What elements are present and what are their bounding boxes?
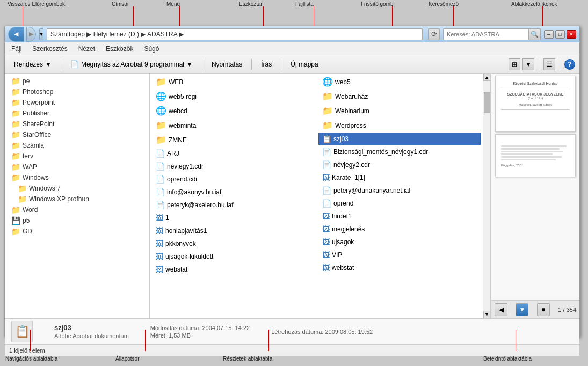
file-item-megjelenes[interactable]: 🖼megjelenés bbox=[318, 223, 481, 236]
acrobat-dropdown-icon: ▼ bbox=[186, 61, 193, 68]
scroll-thumb[interactable] bbox=[484, 92, 490, 113]
ann-search-label: Keresőmező bbox=[429, 1, 459, 7]
file-item-webstat[interactable]: 🖼webstat bbox=[152, 263, 314, 276]
nav-label-publisher: Publisher bbox=[23, 109, 49, 117]
file-item-ujsagok-ki[interactable]: 🖼ujsagok-kikuldott bbox=[152, 250, 314, 263]
acrobat-open-label: Megnyitás az Acrobat 9 programmal bbox=[81, 61, 184, 68]
thumb-text-2: Függelék, 2001 bbox=[501, 144, 570, 167]
forward-button[interactable]: ▶ bbox=[26, 27, 36, 42]
ann-back-label: Vissza és Előre gombok bbox=[8, 1, 65, 7]
file-item-pkkonyvek[interactable]: 🖼pkkönyvek bbox=[152, 237, 314, 250]
img-icon-ujsagok: 🖼 bbox=[322, 238, 330, 246]
file-item-webcd[interactable]: 🌐webcd bbox=[152, 104, 314, 118]
nav-item-gd[interactable]: 📁 GD bbox=[5, 226, 149, 237]
new-folder-button[interactable]: Új mappa bbox=[286, 58, 323, 70]
file-item-zmne[interactable]: 📁ZMNE bbox=[152, 133, 314, 147]
write-button[interactable]: Írás bbox=[256, 58, 277, 70]
breadcrumb-bar[interactable]: Számítógép ▶ Helyi lemez (D:) ▶ ADASTRA … bbox=[47, 28, 423, 40]
file-label-petery-duna: petery@dunakanyar.net.iaf bbox=[333, 187, 411, 194]
webfolder-icon: 🌐 bbox=[156, 91, 166, 101]
nav-item-publisher[interactable]: 📁 Publisher bbox=[5, 108, 149, 119]
file-label-oprend2: oprend bbox=[333, 200, 353, 207]
menu-file[interactable]: Fájl bbox=[9, 44, 24, 54]
search-button[interactable]: 🔍 bbox=[529, 28, 541, 40]
file-item-webaruhaz[interactable]: 📁Webáruház bbox=[318, 89, 481, 104]
nav-item-p5[interactable]: 💾 p5 bbox=[5, 215, 149, 226]
nav-label-szamla: Számla bbox=[23, 142, 44, 149]
preview-next-button[interactable]: ▼ bbox=[516, 303, 528, 316]
ann-refresh-label: Frissítő gomb bbox=[361, 1, 394, 7]
file-item-karate[interactable]: 🖼Karate_1[1] bbox=[318, 171, 481, 184]
folder-icon-pe: 📁 bbox=[11, 77, 20, 85]
help-button[interactable]: ? bbox=[564, 59, 575, 70]
file-item-webinarium[interactable]: 📁Webinarium bbox=[318, 104, 481, 118]
file-item-honlapjavitas[interactable]: 🖼honlapjavítás1 bbox=[152, 224, 314, 237]
file-item-wordpress[interactable]: 📁Wordpress bbox=[318, 118, 481, 133]
back-button[interactable]: ◀ bbox=[8, 27, 24, 42]
preview-stop-button[interactable]: ■ bbox=[537, 303, 550, 316]
minimize-button[interactable]: ─ bbox=[544, 30, 554, 39]
file-item-nevjegy1[interactable]: 📄névjegy1.cdr bbox=[152, 160, 314, 173]
acrobat-open-button[interactable]: 📄 Megnyitás az Acrobat 9 programmal ▼ bbox=[66, 58, 198, 70]
file-item-info-iaf[interactable]: 📄info@akonyv.hu.iaf bbox=[152, 186, 314, 199]
search-input[interactable] bbox=[443, 28, 529, 40]
scroll-up-button[interactable]: ▲ bbox=[483, 74, 491, 81]
organize-button[interactable]: Rendezés ▼ bbox=[9, 58, 56, 70]
file-list-scrollbar[interactable]: ▲ ▼ bbox=[483, 74, 490, 318]
preview-controls: ◀ ▼ ■ 1 / 354 bbox=[491, 300, 579, 318]
file-item-hirdet1[interactable]: 🖼hirdet1 bbox=[318, 210, 481, 223]
file-item-oprend2[interactable]: 📄oprend bbox=[318, 197, 481, 210]
nav-item-terv[interactable]: 📁 terv bbox=[5, 151, 149, 162]
dropdown-button[interactable]: ▼ bbox=[39, 28, 43, 40]
nav-label-pe: pe bbox=[23, 77, 30, 85]
refresh-button[interactable]: ⟳ bbox=[428, 28, 440, 40]
maximize-button[interactable]: □ bbox=[555, 30, 565, 39]
folder-icon-photoshop: 📁 bbox=[11, 87, 20, 96]
file-icon-biztonsagi: 📄 bbox=[322, 148, 331, 156]
file-label-webstat: webstat bbox=[165, 266, 187, 273]
img-icon-pkkonyvek: 🖼 bbox=[156, 239, 163, 248]
nav-item-windows[interactable]: 📁 Windows bbox=[5, 172, 149, 183]
nav-item-powerpoint[interactable]: 📁 Powerpoint bbox=[5, 97, 149, 108]
nav-item-windows7[interactable]: 📁 Windows 7 bbox=[5, 183, 149, 194]
details-view-button[interactable]: ☰ bbox=[543, 58, 555, 70]
print-button[interactable]: Nyomtatás bbox=[207, 58, 247, 70]
nav-item-word[interactable]: 📁 Word bbox=[5, 204, 149, 215]
nav-item-wap[interactable]: 📁 WAP bbox=[5, 162, 149, 172]
file-item-web5[interactable]: 🌐web5 bbox=[318, 75, 481, 89]
nav-item-szamla[interactable]: 📁 Számla bbox=[5, 140, 149, 151]
file-item-web[interactable]: 📁WEB bbox=[152, 75, 314, 89]
scroll-down-button[interactable]: ▼ bbox=[483, 311, 491, 318]
file-item-arj[interactable]: 📄ARJ bbox=[152, 147, 314, 160]
file-item-szj03[interactable]: 📋szj03 bbox=[318, 133, 481, 145]
file-item-ujsagok[interactable]: 🖼ujsagok bbox=[318, 236, 481, 248]
view-dropdown-button[interactable]: ▼ bbox=[522, 58, 534, 70]
nav-item-pe[interactable]: 📁 pe bbox=[5, 76, 149, 86]
nav-item-staroffice[interactable]: 📁 StarOffice bbox=[5, 129, 149, 140]
menu-help[interactable]: Súgó bbox=[142, 44, 161, 54]
close-button[interactable]: ✕ bbox=[567, 30, 576, 39]
drive-icon-p5: 💾 bbox=[11, 216, 20, 225]
file-item-nevjegy2[interactable]: 📄névjegy2.cdr bbox=[318, 158, 481, 171]
nav-item-windowsxp[interactable]: 📁 Windows XP profhun bbox=[5, 194, 149, 204]
file-item-peteryk-axelero[interactable]: 📄peteryk@axelero.hu.iaf bbox=[152, 199, 314, 211]
organize-dropdown-icon: ▼ bbox=[45, 61, 52, 68]
navigation-pane: 📁 pe 📁 Photoshop 📁 Powerpoint 📁 Publishe… bbox=[5, 74, 150, 318]
nav-item-sharepoint[interactable]: 📁 SharePoint bbox=[5, 119, 149, 129]
file-item-1[interactable]: 🖼1 bbox=[152, 211, 314, 224]
file-item-vip[interactable]: 🖼VIP bbox=[318, 248, 481, 261]
file-item-webminta[interactable]: 📁webminta bbox=[152, 118, 314, 133]
file-item-oprend-cdr[interactable]: 📄oprend.cdr bbox=[152, 173, 314, 186]
view-options-button[interactable]: ⊞ bbox=[509, 58, 520, 70]
preview-prev-button[interactable]: ◀ bbox=[495, 303, 507, 316]
menu-tools[interactable]: Eszközök bbox=[104, 44, 135, 54]
menu-view[interactable]: Nézet bbox=[76, 44, 97, 54]
file-label-biztonsagi: Biztonsági_mentés_névjegy1.cdr bbox=[333, 148, 428, 156]
menu-edit[interactable]: Szerkesztés bbox=[30, 44, 69, 54]
file-item-webstat2[interactable]: 🖼webstat bbox=[318, 261, 481, 274]
status-filename: szj03 bbox=[54, 324, 129, 332]
file-item-petery-duna[interactable]: 📄petery@dunakanyar.net.iaf bbox=[318, 184, 481, 197]
nav-item-photoshop[interactable]: 📁 Photoshop bbox=[5, 86, 149, 97]
file-item-web5regi[interactable]: 🌐web5 régi bbox=[152, 89, 314, 104]
file-item-biztonsagi[interactable]: 📄Biztonsági_mentés_névjegy1.cdr bbox=[318, 145, 481, 158]
